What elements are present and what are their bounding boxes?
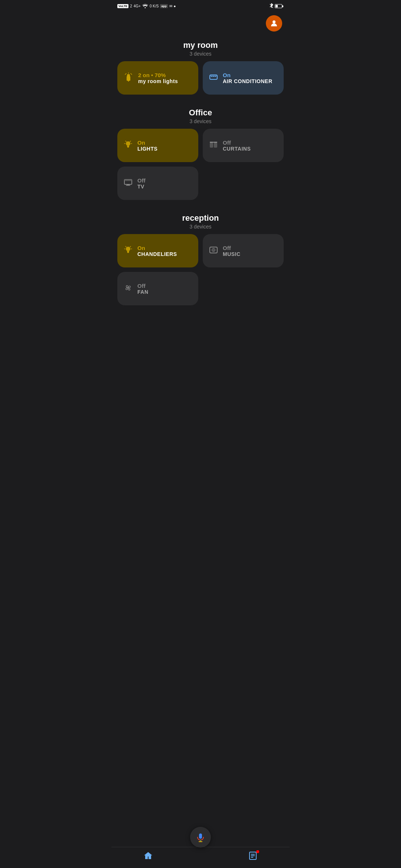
device-status-my-room-lights: 2 on • 70%	[138, 72, 178, 78]
svg-line-14	[125, 141, 126, 142]
device-name-office-curtains: CURTAINS	[223, 146, 251, 152]
profile-button[interactable]	[266, 15, 282, 32]
svg-rect-25	[124, 180, 132, 181]
rooms-container: my room 3 devices 2 on • 70% my room lig…	[111, 34, 290, 305]
device-icon-office-tv	[123, 178, 133, 189]
device-status-office-curtains: Off	[223, 139, 251, 146]
svg-rect-11	[215, 76, 216, 77]
room-section-office: Office 3 devices On LIGHTS	[111, 102, 290, 200]
svg-line-29	[130, 246, 131, 247]
room-header-reception: reception 3 devices	[111, 207, 290, 234]
svg-rect-23	[127, 184, 130, 185]
bluetooth-icon	[270, 3, 273, 9]
device-card-air-conditioner[interactable]: On AIR CONDITIONER	[203, 61, 284, 95]
svg-line-28	[125, 246, 126, 247]
device-card-office-tv[interactable]: Off TV	[117, 167, 198, 200]
device-icon-music	[209, 245, 218, 256]
wifi-icon	[142, 4, 148, 9]
room-section-reception: reception 3 devices On CHANDELIERS	[111, 207, 290, 305]
sim-number: 2	[130, 4, 132, 8]
svg-point-0	[144, 7, 146, 8]
mic-fab-button[interactable]	[190, 827, 211, 848]
device-name-office-lights: LIGHTS	[137, 146, 157, 152]
device-status-air-conditioner: On	[223, 72, 273, 78]
mic-icon	[195, 832, 206, 842]
device-name-office-tv: TV	[137, 184, 146, 190]
device-status-fan: Off	[137, 283, 149, 289]
device-name-chandeliers: CHANDELIERS	[137, 251, 177, 257]
room-name-reception: reception	[111, 213, 290, 223]
device-card-chandeliers[interactable]: On CHANDELIERS	[117, 234, 198, 267]
device-card-music[interactable]: Off MUSIC	[203, 234, 284, 267]
status-left: VoLTE 2 4G+ 0 K/S app ✉ ●	[117, 4, 176, 9]
device-grid-reception: On CHANDELIERS Off MUSIC	[111, 234, 290, 305]
svg-point-34	[213, 250, 214, 251]
device-icon-office-curtains	[209, 140, 218, 151]
app-badge: app	[160, 4, 167, 8]
svg-line-15	[130, 141, 131, 142]
status-right	[270, 3, 284, 9]
battery-indicator	[275, 4, 282, 8]
profile-icon	[270, 19, 278, 27]
device-status-office-tv: Off	[137, 177, 146, 184]
svg-rect-36	[199, 834, 202, 839]
status-bar: VoLTE 2 4G+ 0 K/S app ✉ ●	[111, 0, 290, 11]
device-icon-chandeliers	[123, 245, 133, 256]
device-grid-office: On LIGHTS Off CURTAINS	[111, 129, 290, 200]
home-nav-button[interactable]	[143, 851, 153, 861]
device-name-music: MUSIC	[223, 251, 241, 257]
device-card-office-lights[interactable]: On LIGHTS	[117, 129, 198, 162]
device-icon-air-conditioner	[209, 72, 218, 83]
device-card-my-room-lights[interactable]: 2 on • 70% my room lights	[117, 61, 198, 95]
room-section-my-room: my room 3 devices 2 on • 70% my room lig…	[111, 34, 290, 95]
device-card-fan[interactable]: Off FAN	[117, 272, 198, 305]
svg-rect-9	[211, 76, 212, 77]
device-icon-fan	[123, 283, 133, 294]
svg-rect-10	[213, 76, 214, 77]
app-header	[111, 11, 290, 34]
home-nav-icon	[143, 851, 153, 861]
svg-rect-21	[213, 142, 214, 143]
device-name-fan: FAN	[137, 289, 149, 295]
device-grid-my-room: 2 on • 70% my room lights On AIR CONDITI…	[111, 61, 290, 95]
svg-point-12	[126, 141, 130, 146]
device-status-music: Off	[223, 245, 241, 251]
device-status-office-lights: On	[137, 139, 157, 146]
room-header-my-room: my room 3 devices	[111, 34, 290, 61]
msg-icon: ✉	[169, 4, 172, 8]
room-name-my-room: my room	[111, 40, 290, 50]
device-icon-office-lights	[123, 140, 133, 151]
room-devices-my-room: 3 devices	[111, 51, 290, 57]
room-devices-office: 3 devices	[111, 118, 290, 124]
device-name-my-room-lights: my room lights	[138, 78, 178, 84]
bottom-nav	[111, 847, 290, 868]
data-speed: 0 K/S	[150, 4, 159, 8]
svg-rect-24	[126, 185, 130, 186]
room-name-office: Office	[111, 108, 290, 118]
whatsapp-icon: ●	[174, 4, 176, 8]
device-icon-my-room-lights	[123, 72, 134, 84]
device-name-air-conditioner: AIR CONDITIONER	[223, 78, 273, 84]
device-status-chandeliers: On	[137, 245, 177, 251]
room-header-office: Office 3 devices	[111, 102, 290, 129]
device-card-office-curtains[interactable]: Off CURTAINS	[203, 129, 284, 162]
svg-rect-20	[214, 143, 217, 148]
signal-4g: 4G+	[134, 4, 141, 8]
volte-badge: VoLTE	[117, 4, 128, 8]
room-devices-reception: 3 devices	[111, 224, 290, 230]
notes-badge	[256, 850, 259, 853]
svg-point-26	[126, 247, 130, 251]
svg-point-4	[273, 20, 276, 23]
notes-nav-button[interactable]	[248, 851, 258, 861]
svg-rect-19	[210, 143, 213, 148]
